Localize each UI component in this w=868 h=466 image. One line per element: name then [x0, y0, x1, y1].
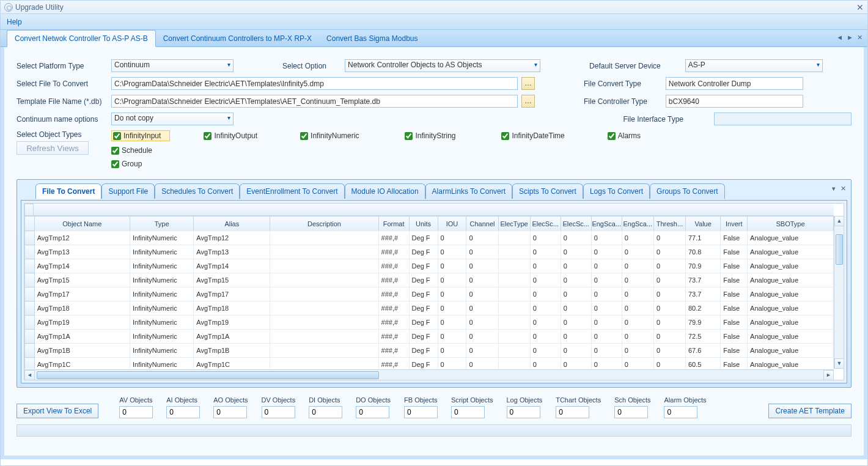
inner-tab-5[interactable]: AlarmLinks To Convert	[425, 183, 513, 199]
count-input[interactable]	[556, 406, 589, 418]
checkbox-schedule[interactable]: Schedule	[111, 146, 152, 155]
browse-template-button[interactable]: …	[521, 95, 535, 108]
inner-tab-7[interactable]: Logs To Convert	[583, 183, 650, 199]
count-input[interactable]	[213, 406, 247, 418]
export-excel-button[interactable]: Export View To Excel	[17, 404, 98, 418]
count-input[interactable]	[166, 406, 200, 418]
input-template-file[interactable]	[111, 95, 518, 108]
column-header[interactable]: Units	[409, 216, 438, 231]
count-input[interactable]	[451, 406, 485, 418]
grid-vertical-scrollbar[interactable]: ▲ ▼	[834, 216, 844, 369]
scroll-thumb-h[interactable]	[37, 371, 379, 379]
cell: AvgTmp19	[194, 316, 270, 330]
scroll-thumb-v[interactable]	[836, 234, 843, 265]
table-row[interactable]: AvgTmp13InfinityNumericAvgTmp13###,#Deg …	[25, 245, 834, 259]
tab-scroll-left-icon[interactable]: ◄	[836, 34, 843, 42]
table-row[interactable]: AvgTmp1BInfinityNumericAvgTmp1B###,#Deg …	[25, 344, 834, 358]
column-header[interactable]: Format	[378, 216, 409, 231]
checkbox-infinitynumeric[interactable]: InfinityNumeric	[300, 130, 359, 141]
count-input[interactable]	[404, 406, 438, 418]
inner-tab-8[interactable]: Groups To Convert	[650, 183, 725, 199]
cell	[498, 301, 530, 316]
inner-tab-2[interactable]: Schedules To Convert	[155, 183, 240, 199]
checkbox-input-group[interactable]	[111, 160, 119, 168]
checkbox-infinitydatetime[interactable]: InfinityDateTime	[501, 130, 564, 141]
tab-convert-network[interactable]: Convert Netwok Controller To AS-P AS-B	[7, 30, 156, 47]
input-file-controller-type[interactable]	[666, 95, 803, 108]
browse-file-button[interactable]: …	[521, 77, 535, 90]
table-row[interactable]: AvgTmp18InfinityNumericAvgTmp18###,#Deg …	[25, 301, 834, 316]
select-option[interactable]: Network Controller Objects to AS Objects	[345, 59, 540, 72]
close-icon[interactable]: ✕	[856, 2, 864, 12]
column-header[interactable]: Value	[686, 216, 721, 231]
tab-convert-bas[interactable]: Convert Bas Sigma Modbus	[319, 31, 425, 46]
checkbox-input-schedule[interactable]	[111, 147, 119, 155]
tab-close-icon[interactable]: ✕	[857, 34, 862, 42]
table-row[interactable]: AvgTmp14InfinityNumericAvgTmp14###,#Deg …	[25, 259, 834, 273]
count-input[interactable]	[356, 406, 389, 418]
input-file-to-convert[interactable]	[111, 77, 518, 90]
checkbox-group[interactable]: Group	[111, 160, 142, 168]
column-header[interactable]: EngSca...	[591, 216, 622, 231]
select-default-server[interactable]: AS-P	[685, 59, 823, 72]
input-file-convert-type[interactable]	[666, 77, 803, 90]
cell: 0	[591, 231, 622, 245]
tab-scroll-right-icon[interactable]: ►	[847, 34, 853, 42]
column-header[interactable]: Description	[270, 216, 378, 231]
table-row[interactable]: AvgTmp12InfinityNumericAvgTmp12###,#Deg …	[25, 231, 834, 245]
inner-menu-icon[interactable]: ▾	[832, 185, 836, 193]
select-name-options[interactable]: Do not copy	[111, 113, 234, 125]
inner-tab-0[interactable]: File To Convert	[35, 183, 101, 199]
count-input[interactable]	[507, 406, 540, 418]
column-header[interactable]: IOU	[438, 216, 466, 231]
count-input[interactable]	[262, 406, 295, 418]
inner-tab-4[interactable]: Module IO Allocation	[345, 183, 425, 199]
grid-horizontal-scrollbar[interactable]: ◄ ►	[24, 369, 834, 380]
checkbox-infinityinput[interactable]: InfinityInput	[111, 130, 170, 141]
table-row[interactable]: AvgTmp15InfinityNumericAvgTmp15###,#Deg …	[25, 273, 834, 287]
tab-convert-continuum[interactable]: Convert Continuum Controllers to MP-X RP…	[156, 31, 319, 46]
scroll-right-icon[interactable]: ►	[823, 370, 834, 380]
checkbox-infinitystring[interactable]: InfinityString	[405, 130, 455, 141]
inner-tab-1[interactable]: Support File	[101, 183, 155, 199]
count-input[interactable]	[119, 406, 153, 418]
column-header[interactable]: EngSca...	[622, 216, 653, 231]
table-row[interactable]: AvgTmp1AInfinityNumericAvgTmp1A###,#Deg …	[25, 330, 834, 344]
count-input[interactable]	[614, 406, 648, 418]
column-header[interactable]: Type	[130, 216, 194, 231]
checkbox-input-infinitydatetime[interactable]	[501, 132, 509, 140]
inner-tab-6[interactable]: Scipts To Convert	[512, 183, 583, 199]
select-platform-type[interactable]: Continuum	[111, 59, 234, 72]
count-input[interactable]	[664, 406, 697, 418]
column-header[interactable]: Object Name	[34, 216, 130, 231]
checkbox-input-infinityinput[interactable]	[113, 132, 121, 140]
count-input[interactable]	[309, 406, 342, 418]
checkbox-input-alarms[interactable]	[608, 132, 616, 140]
table-row[interactable]: AvgTmp1CInfinityNumericAvgTmp1C###,#Deg …	[25, 358, 834, 369]
inner-close-icon[interactable]: ✕	[840, 185, 846, 193]
checkbox-input-infinityoutput[interactable]	[204, 132, 211, 140]
cell: 0	[622, 358, 653, 369]
inner-tab-3[interactable]: EventEnrollment To Convert	[240, 183, 344, 199]
column-header[interactable]: SBOType	[748, 216, 834, 231]
scroll-down-icon[interactable]: ▼	[834, 358, 844, 369]
column-header[interactable]: Channel	[466, 216, 498, 231]
table-row[interactable]: AvgTmp19InfinityNumericAvgTmp19###,#Deg …	[25, 316, 834, 330]
data-grid[interactable]: Object NameTypeAliasDescriptionFormatUni…	[24, 203, 844, 380]
checkbox-infinityoutput[interactable]: InfinityOutput	[204, 130, 257, 141]
table-row[interactable]: AvgTmp17InfinityNumericAvgTmp17###,#Deg …	[25, 287, 834, 301]
column-header[interactable]: Alias	[194, 216, 270, 231]
count-field: AV Objects	[119, 396, 153, 418]
checkbox-input-infinitystring[interactable]	[405, 132, 413, 140]
create-template-button[interactable]: Create AET Template	[768, 404, 851, 418]
scroll-left-icon[interactable]: ◄	[24, 370, 35, 380]
column-header[interactable]: ElecType	[498, 216, 530, 231]
column-header[interactable]: Invert	[721, 216, 748, 231]
menu-help[interactable]: Help	[7, 18, 22, 26]
checkbox-input-infinitynumeric[interactable]	[300, 132, 308, 140]
scroll-up-icon[interactable]: ▲	[834, 216, 844, 226]
column-header[interactable]: Thresh...	[653, 216, 685, 231]
column-header[interactable]: ElecSc...	[561, 216, 591, 231]
column-header[interactable]: ElecSc...	[530, 216, 561, 231]
checkbox-alarms[interactable]: Alarms	[608, 130, 641, 141]
